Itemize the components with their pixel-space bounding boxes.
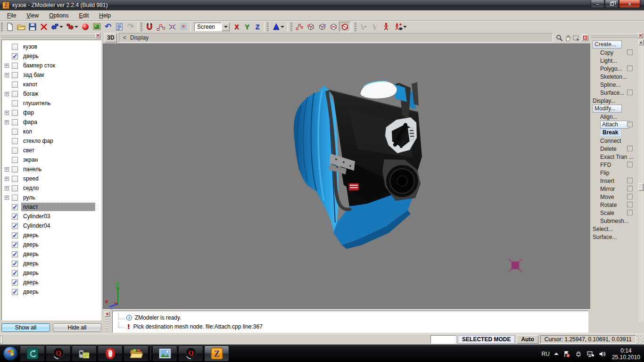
viewport-breadcrumb-bar[interactable]: < Display — [119, 33, 553, 42]
visibility-checkbox[interactable] — [12, 232, 18, 239]
taskbar-app-opera[interactable] — [98, 346, 123, 362]
command-label[interactable]: Insert — [600, 178, 614, 184]
toolbar-grip[interactable] — [140, 23, 142, 31]
command-label[interactable]: Light... — [600, 58, 617, 64]
pan-tool-button[interactable] — [563, 33, 572, 42]
command-display[interactable]: Display... — [590, 97, 638, 105]
axis-x-button[interactable]: X — [231, 22, 242, 32]
tree-item-25[interactable]: дверь — [2, 278, 101, 287]
scene-tree-panel-grip[interactable]: ✕ — [0, 32, 103, 39]
command-select[interactable]: Select... — [590, 225, 638, 233]
command-option-box[interactable] — [627, 178, 633, 183]
command-label[interactable]: Display... — [593, 98, 615, 104]
log-close-icon[interactable]: ✕ — [105, 312, 110, 317]
menu-view[interactable]: View — [21, 11, 44, 20]
show-all-button[interactable]: Show all — [1, 323, 50, 332]
command-option-box[interactable] — [627, 49, 633, 55]
command-label[interactable]: Rotate — [600, 202, 617, 208]
command-label[interactable]: Scale — [600, 210, 614, 216]
visibility-checkbox[interactable] — [12, 119, 18, 125]
expand-icon[interactable]: + — [5, 186, 9, 190]
tree-item-4[interactable]: капот — [2, 80, 101, 89]
menu-options[interactable]: Options — [44, 11, 74, 20]
visibility-checkbox[interactable] — [12, 261, 18, 267]
scroll-up-icon[interactable]: ▲ — [638, 40, 644, 45]
tree-item-0[interactable]: кузов — [2, 42, 101, 51]
command-label[interactable]: Flip — [600, 170, 609, 176]
tree-item-10[interactable]: стекло фар — [2, 136, 101, 146]
expand-icon[interactable]: + — [5, 64, 9, 68]
command-option-box[interactable] — [627, 162, 633, 167]
tree-item-1[interactable]: дверь — [2, 51, 101, 61]
command-light[interactable]: Light... — [590, 57, 638, 65]
vertex-weld-button[interactable] — [166, 22, 178, 32]
command-label[interactable]: Connect — [600, 138, 621, 144]
delete-button[interactable] — [38, 22, 50, 32]
material-editor-button[interactable] — [91, 22, 102, 32]
toolbar-grip[interactable] — [355, 23, 356, 31]
menu-edit[interactable]: Edit — [74, 11, 94, 20]
tree-item-17[interactable]: пласт — [2, 202, 101, 212]
removable-device-icon[interactable] — [575, 350, 582, 358]
taskbar-app-3dsmax[interactable] — [20, 346, 45, 362]
visibility-checkbox[interactable] — [12, 148, 18, 154]
tree-item-21[interactable]: дверь — [2, 240, 101, 249]
tree-item-22[interactable]: дверь — [2, 249, 101, 259]
resize-grip[interactable] — [637, 336, 644, 344]
command-insert[interactable]: Insert — [590, 177, 638, 185]
action-center-flag-icon[interactable] — [563, 350, 570, 358]
biped-figure-button[interactable] — [380, 22, 392, 32]
undo-button[interactable]: ↶ — [102, 22, 114, 32]
command-submesh[interactable]: Submesh... — [590, 217, 638, 225]
expand-icon[interactable]: + — [5, 92, 9, 96]
skeleton-more-button[interactable] — [392, 22, 409, 32]
language-indicator[interactable]: RU — [542, 351, 550, 357]
command-label[interactable]: Modify... — [593, 105, 622, 113]
visibility-checkbox[interactable] — [12, 289, 18, 295]
command-option-box[interactable] — [627, 66, 633, 71]
close-button[interactable]: x — [619, 0, 640, 8]
breadcrumb-back-arrow[interactable]: < — [119, 34, 130, 41]
visibility-checkbox[interactable] — [12, 251, 18, 257]
command-create[interactable]: Create... — [590, 41, 638, 49]
command-label[interactable]: Move — [600, 194, 614, 200]
visibility-checkbox[interactable] — [12, 223, 18, 229]
command-label[interactable]: Surface... — [593, 234, 617, 240]
helper-marker[interactable] — [509, 259, 522, 272]
magnet-snap-button[interactable] — [144, 22, 155, 32]
tree-item-6[interactable]: глушитель — [2, 99, 101, 108]
visibility-checkbox[interactable] — [12, 110, 18, 116]
screen-mode-dropdown[interactable] — [222, 23, 230, 31]
expand-icon[interactable]: + — [5, 73, 9, 77]
viewport-maximize-button[interactable] — [582, 34, 588, 41]
command-panel-close-icon[interactable]: ✕ — [638, 33, 643, 38]
visibility-checkbox[interactable] — [12, 270, 18, 276]
command-label[interactable]: Delete — [600, 146, 617, 152]
tree-item-8[interactable]: +фара — [2, 117, 101, 127]
visibility-checkbox[interactable] — [12, 185, 18, 191]
volume-icon[interactable] — [598, 350, 606, 358]
command-option-box[interactable] — [627, 202, 633, 207]
expand-icon[interactable]: + — [5, 120, 9, 124]
axis-z-button[interactable]: Z — [252, 22, 263, 32]
command-skeleton[interactable]: Skeleton... — [590, 73, 638, 81]
tree-item-13[interactable]: +панель — [2, 165, 101, 174]
command-label[interactable]: Mirror — [600, 186, 615, 192]
log-report-button[interactable] — [114, 22, 125, 32]
command-surface[interactable]: Surface... — [590, 233, 638, 241]
auto-mode-button[interactable]: Auto — [517, 335, 538, 344]
expand-icon[interactable]: + — [5, 167, 9, 172]
log-box[interactable]: i ZModeler is ready. ! Pick destination … — [112, 311, 588, 333]
tree-item-7[interactable]: +фар — [2, 108, 101, 117]
expand-icon[interactable]: + — [5, 111, 9, 115]
command-modify[interactable]: Modify... — [590, 105, 638, 113]
taskbar-app-qip-2[interactable]: Q — [178, 346, 203, 362]
command-option-box[interactable] — [627, 186, 633, 191]
new-document-button[interactable] — [4, 22, 16, 32]
import-dropdown-caret[interactable] — [59, 26, 63, 28]
visibility-checkbox[interactable] — [12, 195, 18, 201]
skeleton-more-dropdown-caret[interactable] — [403, 26, 407, 28]
toolbar-grip[interactable] — [290, 23, 292, 31]
import-button[interactable] — [50, 22, 65, 32]
start-button[interactable] — [1, 346, 19, 362]
